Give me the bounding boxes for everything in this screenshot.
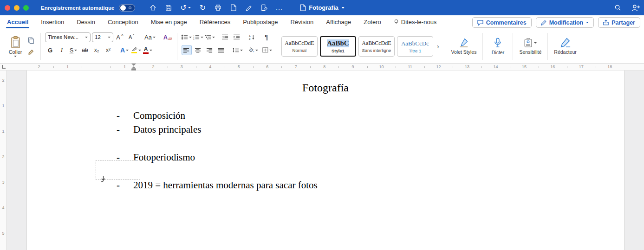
tab-dessin[interactable]: Dessin — [77, 15, 95, 29]
more-commands-icon[interactable]: … — [273, 2, 286, 13]
paste-button[interactable]: Coller — [6, 36, 25, 57]
editing-mode-button[interactable]: Modification — [536, 17, 594, 28]
align-center-button[interactable] — [193, 45, 203, 55]
ruler-tick — [139, 66, 139, 68]
font-size-select[interactable]: 12 — [92, 32, 113, 42]
ruler-number: 5 — [0, 231, 7, 236]
new-document-icon[interactable] — [228, 2, 240, 13]
tab-revision[interactable]: Révision — [290, 15, 313, 29]
ruler-number: 8 — [323, 64, 325, 69]
ruler-number: 9 — [352, 64, 354, 69]
print-icon[interactable] — [212, 2, 224, 13]
ruler-tick — [281, 66, 282, 68]
font-group: Times New... 12 A˄ Aˇ Aa A G I S — [45, 32, 173, 61]
ruler-number: 12 — [436, 64, 441, 69]
share-button[interactable]: Partager — [598, 17, 640, 28]
change-case-button[interactable]: Aa — [144, 32, 156, 42]
home-icon[interactable] — [147, 2, 159, 13]
gallery-more-button[interactable]: › — [436, 43, 441, 50]
style-style1[interactable]: AaBbC Style1 — [320, 36, 356, 57]
ruler-tick — [82, 66, 82, 68]
undo-icon[interactable]: ↺ — [178, 2, 194, 13]
clear-formatting-button[interactable]: A — [163, 32, 173, 42]
bullet-dash: - — [27, 122, 133, 136]
styles-pane-button[interactable]: Volet Styles — [449, 32, 479, 61]
bullet-list-button[interactable] — [182, 32, 192, 42]
list-item: - 2019 = herramientas modernas para saca… — [27, 178, 624, 192]
tab-publipostage[interactable]: Publipostage — [243, 15, 278, 29]
styles-pane-icon — [459, 38, 469, 48]
document-title-menu[interactable]: Fotografía — [299, 0, 345, 15]
grow-font-button[interactable]: A˄ — [115, 32, 125, 42]
multilevel-list-button[interactable] — [205, 32, 215, 42]
tab-references[interactable]: Références — [200, 15, 230, 29]
ruler-number: 4 — [209, 64, 211, 69]
italic-button[interactable]: I — [57, 45, 67, 55]
vertical-ruler[interactable]: 2112345 — [0, 71, 7, 250]
pencil-icon — [541, 20, 546, 26]
ruler-number: 13 — [465, 64, 469, 69]
ruler-number: 18 — [607, 64, 612, 69]
ruler-number: 17 — [579, 64, 584, 69]
document-page[interactable]: Fotografía - Composición - Datos princip… — [26, 71, 624, 250]
font-color-button[interactable]: A — [143, 45, 153, 55]
shading-button[interactable] — [248, 45, 258, 55]
share-profile-icon[interactable] — [630, 2, 642, 13]
tab-accueil[interactable]: Accueil — [7, 15, 28, 29]
decrease-indent-button[interactable] — [220, 32, 230, 42]
redo-icon[interactable]: ↻ — [197, 2, 209, 13]
style-normal[interactable]: AaBbCcDdE Normal — [281, 36, 318, 57]
zoom-window-button[interactable] — [23, 5, 29, 11]
list-item-text: Fotoperiodismo — [133, 150, 195, 164]
tab-mise-en-page[interactable]: Mise en page — [151, 15, 187, 29]
increase-indent-button[interactable] — [232, 32, 242, 42]
shrink-font-button[interactable]: Aˇ — [126, 32, 137, 42]
align-left-button[interactable] — [182, 45, 192, 55]
borders-button[interactable] — [262, 45, 273, 55]
tab-dites-le-nous[interactable]: Dites-le-nous — [394, 15, 437, 29]
superscript-button[interactable]: x² — [103, 45, 113, 55]
sort-button[interactable]: AZ — [247, 32, 257, 42]
highlight-button[interactable] — [131, 45, 141, 55]
ribbon-tabs: Accueil Insertion Dessin Conception Mise… — [0, 15, 436, 29]
strikethrough-button[interactable]: ab — [80, 45, 90, 55]
style-sans-interligne[interactable]: AaBbCcDdE Sans interligne — [358, 36, 395, 57]
justify-button[interactable] — [216, 45, 227, 55]
line-spacing-button[interactable] — [233, 45, 243, 55]
horizontal-ruler[interactable]: 21123456789101112131415161718 — [0, 64, 644, 71]
save-icon[interactable] — [163, 2, 175, 13]
align-right-button[interactable] — [205, 45, 215, 55]
comments-button[interactable]: Commentaires — [472, 17, 532, 28]
subscript-button[interactable]: x₂ — [91, 45, 102, 55]
first-line-indent-marker[interactable] — [131, 64, 136, 66]
dictate-button[interactable]: Dicter — [487, 32, 508, 61]
close-window-button[interactable] — [5, 5, 10, 11]
hanging-indent-marker[interactable] — [131, 66, 136, 69]
ruler-tick — [168, 66, 168, 68]
tab-affichage[interactable]: Affichage — [326, 15, 351, 29]
numbered-list-button[interactable]: 123 — [193, 32, 203, 42]
tab-conception[interactable]: Conception — [108, 15, 138, 29]
ruler-number: 14 — [493, 64, 498, 69]
copy-button[interactable] — [26, 35, 36, 45]
format-painter-button[interactable] — [26, 47, 36, 58]
underline-button[interactable]: S — [68, 45, 78, 55]
tab-stop-selector[interactable] — [2, 65, 6, 69]
bold-button[interactable]: G — [45, 45, 55, 55]
autosave-toggle[interactable] — [119, 4, 135, 12]
tab-insertion[interactable]: Insertion — [41, 15, 64, 29]
document-edit-icon[interactable] — [258, 2, 270, 13]
text-effects-button[interactable]: A — [119, 45, 130, 55]
sensitivity-button[interactable]: Sensibilité — [517, 32, 543, 61]
show-formatting-button[interactable]: ¶ — [261, 32, 272, 42]
tab-zotero[interactable]: Zotero — [364, 15, 381, 29]
search-icon[interactable] — [611, 2, 624, 13]
minimize-window-button[interactable] — [14, 5, 20, 11]
editor-button[interactable]: Rédacteur — [552, 32, 578, 61]
ruler-number: 2 — [152, 64, 154, 69]
style-titre-1[interactable]: AaBbCcDc Titre 1 — [397, 36, 433, 57]
titlebar-right — [611, 0, 644, 15]
style-pen-icon[interactable] — [243, 2, 255, 13]
font-name-select[interactable]: Times New... — [45, 32, 91, 42]
ruler-number: 2 — [38, 64, 40, 69]
